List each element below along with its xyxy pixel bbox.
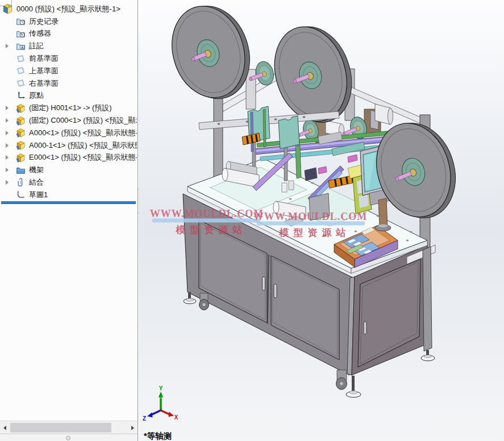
- watermark-url-text: WWW.MOULDL.COM: [253, 211, 367, 222]
- component-icon: [16, 103, 26, 113]
- expand-arrow-icon[interactable]: [6, 118, 9, 123]
- tree-item-origin[interactable]: 原點: [0, 90, 137, 102]
- scrollbar-thumb[interactable]: [10, 423, 111, 432]
- panel-bottom-splitter[interactable]: [0, 434, 138, 441]
- tree-item-label: 註記: [29, 41, 44, 51]
- solidworks-window: 0000 (預設) <預設_顯示狀態-1> 历史记录 传感器 註記 前基準面: [0, 0, 504, 441]
- watermark-site-text: 模型资源站: [176, 224, 247, 235]
- tree-item-sensors[interactable]: 传感器: [0, 28, 137, 40]
- tree-item-label: A000-1<1> (預設) <預設_顯示狀態: [29, 140, 137, 151]
- plane-icon: [16, 66, 26, 76]
- expand-arrow-icon[interactable]: [6, 143, 9, 148]
- origin-icon: [16, 91, 26, 101]
- plane-icon: [16, 54, 26, 64]
- tree-item-label: 機架: [29, 165, 44, 175]
- tree-item-component-e000[interactable]: E000<1> (預設) <預設_顯示狀態-1: [0, 152, 137, 164]
- tree-item-history[interactable]: 历史记录: [0, 15, 137, 28]
- feature-tree: 0000 (預設) <預設_顯示狀態-1> 历史记录 传感器 註記 前基準面: [0, 3, 137, 201]
- monitor-pole: [378, 198, 388, 228]
- tree-item-annotations[interactable]: 註記: [0, 40, 137, 52]
- tree-item-sketch1[interactable]: 草圖1: [0, 189, 137, 201]
- sketch-icon: [16, 190, 26, 199]
- folder-icon: [16, 165, 26, 175]
- expand-arrow-icon[interactable]: [6, 131, 9, 135]
- plane-icon: [16, 78, 26, 88]
- watermark-site-text: 模型资源站: [279, 227, 351, 238]
- tree-item-label: 草圖1: [29, 190, 48, 200]
- right-arrow-icon: [131, 426, 134, 430]
- tree-item-label: E000<1> (預設) <預設_顯示狀態-1: [29, 152, 137, 163]
- tree-item-component-c000[interactable]: (固定) C000<1> (預設) <預設_顯示狀: [0, 114, 137, 127]
- sensors-folder-icon: [16, 29, 26, 39]
- component-icon: [16, 116, 26, 126]
- tree-item-label: 0000 (預設) <預設_顯示狀態-1>: [16, 4, 120, 14]
- tree-item-front-plane[interactable]: 前基準面: [0, 52, 137, 65]
- tree-item-frame-folder[interactable]: 機架: [0, 164, 137, 176]
- annotations-folder-icon: [16, 41, 26, 51]
- tree-item-label: 前基準面: [29, 53, 59, 64]
- tree-item-component-a000-1[interactable]: A000-1<1> (預設) <預設_顯示狀態: [0, 139, 137, 152]
- left-arrow-icon: [3, 426, 6, 430]
- tree-item-component-a000[interactable]: A000<1> (預設) <預設_顯示狀態-1: [0, 127, 137, 139]
- scroll-right-button[interactable]: [128, 421, 138, 434]
- view-orientation-label: *等轴测: [144, 431, 172, 440]
- mates-paperclip-icon: [16, 178, 26, 188]
- axis-y-label: Y: [159, 385, 163, 392]
- expand-arrow-icon[interactable]: [6, 44, 9, 48]
- component-icon: [16, 128, 26, 138]
- tree-item-component-h001[interactable]: (固定) H001<1> -> (預設): [0, 102, 137, 114]
- rollback-bar[interactable]: [1, 201, 136, 204]
- tree-item-label: 結合: [29, 177, 44, 188]
- expand-arrow-icon[interactable]: [6, 180, 9, 185]
- tree-item-label: 传感器: [29, 28, 51, 39]
- tree-item-label: 上基準面: [29, 66, 59, 76]
- scroll-left-button[interactable]: [0, 421, 10, 434]
- expand-arrow-icon[interactable]: [6, 155, 9, 160]
- orientation-triad: Y X Z: [143, 385, 178, 422]
- door-handle[interactable]: [263, 277, 265, 290]
- component-icon: [16, 153, 26, 163]
- tree-item-right-plane[interactable]: 右基準面: [0, 77, 137, 90]
- tree-horizontal-scrollbar[interactable]: [0, 421, 138, 434]
- tree-item-label: 原點: [29, 90, 44, 101]
- component-icon: [16, 140, 26, 150]
- tree-item-label: (固定) C000<1> (預設) <預設_顯示狀: [29, 115, 137, 126]
- expand-arrow-icon[interactable]: [6, 168, 9, 172]
- history-folder-icon: [16, 16, 26, 26]
- tree-item-label: 历史记录: [29, 16, 59, 27]
- door-handle[interactable]: [364, 322, 366, 334]
- door-handle[interactable]: [274, 284, 277, 298]
- feature-manager-panel: 0000 (預設) <預設_顯示狀態-1> 历史记录 传感器 註記 前基準面: [0, 0, 138, 441]
- watermark-2: WWW.MOULDL.COM 模型资源站: [253, 211, 367, 238]
- tree-item-label: A000<1> (預設) <預設_顯示狀態-1: [29, 128, 137, 138]
- 3d-model-view[interactable]: WWW.MOULDL.COM 模型资源站 WWW.MOULDL.COM 模型资源…: [139, 0, 504, 441]
- splitter-handle[interactable]: [66, 436, 70, 440]
- tree-item-mates[interactable]: 結合: [0, 176, 137, 189]
- expand-arrow-icon[interactable]: [6, 106, 9, 110]
- assembly-icon: [2, 3, 13, 14]
- tree-item-assembly-root[interactable]: 0000 (預設) <預設_顯示狀態-1>: [0, 3, 137, 15]
- watermark-url-text: WWW.MOULDL.COM: [150, 208, 264, 219]
- tree-item-label: (固定) H001<1> -> (預設): [29, 103, 112, 113]
- axis-z-label: Z: [143, 415, 146, 422]
- graphics-area[interactable]: WWW.MOULDL.COM 模型资源站 WWW.MOULDL.COM 模型资源…: [139, 0, 504, 441]
- watermark-1: WWW.MOULDL.COM 模型资源站: [150, 208, 264, 235]
- tree-item-top-plane[interactable]: 上基準面: [0, 65, 137, 77]
- axis-x-label: X: [174, 414, 178, 421]
- tree-item-label: 右基準面: [29, 78, 59, 89]
